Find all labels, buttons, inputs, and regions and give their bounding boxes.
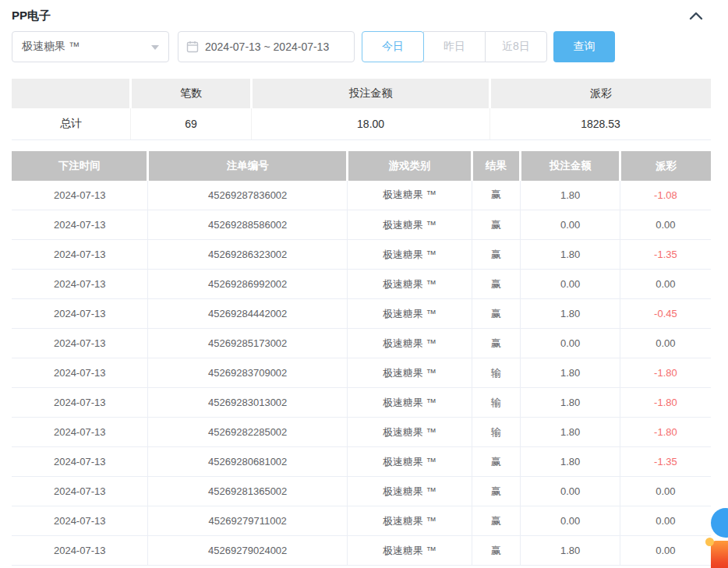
cell-bet-amount: 1.80 <box>521 358 620 388</box>
table-row: 2024-07-13 45269281365002 极速糖果 ™ 赢 0.00 … <box>12 477 711 506</box>
cell-result: 赢 <box>472 536 521 566</box>
date-range-picker[interactable]: 2024-07-13 ~ 2024-07-13 <box>178 31 355 62</box>
cell-game-type: 极速糖果 ™ <box>348 181 472 210</box>
collapse-panel-button[interactable] <box>687 9 705 22</box>
table-row: 2024-07-13 45269283013002 极速糖果 ™ 输 1.80 … <box>12 388 711 418</box>
cell-bet-id: 45269279711002 <box>148 506 348 536</box>
cell-bet-id: 45269286992002 <box>148 270 348 299</box>
cell-bet-amount: 0.00 <box>521 329 620 358</box>
game-select[interactable]: 极速糖果 ™ <box>12 31 169 62</box>
records-header-game-type: 游戏类别 <box>348 151 472 181</box>
cell-game-type: 极速糖果 ™ <box>348 329 472 358</box>
cell-bet-id: 45269287836002 <box>148 181 348 210</box>
cell-bet-id: 45269285173002 <box>148 329 348 358</box>
panel-header: PP电子 <box>12 0 711 17</box>
cell-payout: 0.00 <box>620 477 711 506</box>
cell-game-type: 极速糖果 ™ <box>348 536 472 566</box>
table-row: 2024-07-13 45269280681002 极速糖果 ™ 赢 1.80 … <box>12 447 711 477</box>
table-row: 2024-07-13 45269279711002 极速糖果 ™ 赢 0.00 … <box>12 506 711 536</box>
quick-filter-last8days[interactable]: 近8日 <box>485 31 547 62</box>
cell-bet-id: 45269279024002 <box>148 536 348 566</box>
cell-bet-id: 45269280681002 <box>148 447 348 477</box>
cell-payout: 0.00 <box>620 329 711 358</box>
cell-bet-time: 2024-07-13 <box>12 299 148 329</box>
cell-result: 赢 <box>472 240 521 270</box>
cell-result: 赢 <box>472 447 521 477</box>
cell-bet-time: 2024-07-13 <box>12 447 148 477</box>
filter-bar: 极速糖果 ™ 2024-07-13 ~ 2024-07-13 今日 昨日 近8日… <box>12 31 711 62</box>
cell-result: 赢 <box>472 299 521 329</box>
cell-payout: -1.80 <box>620 418 711 447</box>
table-row: 2024-07-13 45269286992002 极速糖果 ™ 赢 0.00 … <box>12 270 711 299</box>
cell-result: 输 <box>472 418 521 447</box>
summary-table: 笔数 投注金额 派彩 总计 69 18.00 1828.53 <box>12 79 711 140</box>
caret-down-icon <box>151 45 159 54</box>
cell-bet-id: 45269283709002 <box>148 358 348 388</box>
cell-game-type: 极速糖果 ™ <box>348 447 472 477</box>
game-select-value: 极速糖果 ™ <box>22 40 80 54</box>
cell-bet-time: 2024-07-13 <box>12 270 148 299</box>
cell-result: 赢 <box>472 477 521 506</box>
cell-game-type: 极速糖果 ™ <box>348 270 472 299</box>
cell-game-type: 极速糖果 ™ <box>348 240 472 270</box>
cell-bet-amount: 1.80 <box>521 299 620 329</box>
table-row: 2024-07-13 45269283709002 极速糖果 ™ 输 1.80 … <box>12 358 711 388</box>
cell-result: 赢 <box>472 329 521 358</box>
records-body: 2024-07-13 45269287836002 极速糖果 ™ 赢 1.80 … <box>12 181 711 566</box>
cell-game-type: 极速糖果 ™ <box>348 210 472 240</box>
cell-game-type: 极速糖果 ™ <box>348 506 472 536</box>
cell-payout: -1.80 <box>620 388 711 418</box>
cell-bet-id: 45269281365002 <box>148 477 348 506</box>
chevron-up-icon <box>689 11 703 20</box>
cell-bet-time: 2024-07-13 <box>12 210 148 240</box>
cell-game-type: 极速糖果 ™ <box>348 358 472 388</box>
cell-bet-id: 45269288586002 <box>148 210 348 240</box>
cell-payout: 0.00 <box>620 536 711 566</box>
summary-header-blank <box>12 79 130 108</box>
quick-date-group: 今日 昨日 近8日 <box>362 31 547 62</box>
table-row: 2024-07-13 45269279024002 极速糖果 ™ 赢 1.80 … <box>12 536 711 566</box>
cell-game-type: 极速糖果 ™ <box>348 477 472 506</box>
cell-bet-time: 2024-07-13 <box>12 477 148 506</box>
cell-bet-time: 2024-07-13 <box>12 536 148 566</box>
cell-payout: -0.45 <box>620 299 711 329</box>
cell-result: 输 <box>472 388 521 418</box>
cell-bet-time: 2024-07-13 <box>12 388 148 418</box>
red-packet-icon[interactable] <box>711 541 728 568</box>
cell-bet-time: 2024-07-13 <box>12 418 148 447</box>
cell-result: 赢 <box>472 181 521 210</box>
records-header-row: 下注时间 注单编号 游戏类别 结果 投注金额 派彩 <box>12 151 711 181</box>
cell-bet-amount: 0.00 <box>521 270 620 299</box>
table-row: 2024-07-13 45269285173002 极速糖果 ™ 赢 0.00 … <box>12 329 711 358</box>
cell-bet-amount: 1.80 <box>521 181 620 210</box>
search-button[interactable]: 查询 <box>553 31 615 62</box>
coin-icon <box>705 538 714 546</box>
cell-bet-amount: 0.00 <box>521 506 620 536</box>
pp-games-panel: PP电子 极速糖果 ™ 2024-07-13 ~ 2024-07-13 今日 昨… <box>0 0 728 566</box>
date-range-value: 2024-07-13 ~ 2024-07-13 <box>205 41 329 53</box>
cell-bet-id: 45269286323002 <box>148 240 348 270</box>
quick-filter-yesterday[interactable]: 昨日 <box>423 31 486 62</box>
records-header-payout: 派彩 <box>620 151 711 181</box>
cell-bet-time: 2024-07-13 <box>12 240 148 270</box>
records-header-bet-amount: 投注金额 <box>521 151 620 181</box>
cell-game-type: 极速糖果 ™ <box>348 418 472 447</box>
cell-result: 赢 <box>472 506 521 536</box>
cell-bet-id: 45269284442002 <box>148 299 348 329</box>
cell-bet-time: 2024-07-13 <box>12 506 148 536</box>
calendar-icon <box>186 41 205 53</box>
summary-total-row: 总计 69 18.00 1828.53 <box>12 108 711 139</box>
cell-bet-amount: 1.80 <box>521 418 620 447</box>
cell-game-type: 极速糖果 ™ <box>348 299 472 329</box>
cell-payout: 0.00 <box>620 506 711 536</box>
table-row: 2024-07-13 45269288586002 极速糖果 ™ 赢 0.00 … <box>12 210 711 240</box>
cell-payout: 0.00 <box>620 270 711 299</box>
records-table: 下注时间 注单编号 游戏类别 结果 投注金额 派彩 2024-07-13 452… <box>12 151 711 566</box>
summary-header-row: 笔数 投注金额 派彩 <box>12 79 711 108</box>
cell-bet-amount: 0.00 <box>521 477 620 506</box>
quick-filter-today[interactable]: 今日 <box>362 31 424 62</box>
cell-result: 赢 <box>472 270 521 299</box>
cell-bet-id: 45269282285002 <box>148 418 348 447</box>
records-header-bet-id: 注单编号 <box>148 151 348 181</box>
cell-payout: -1.08 <box>620 181 711 210</box>
